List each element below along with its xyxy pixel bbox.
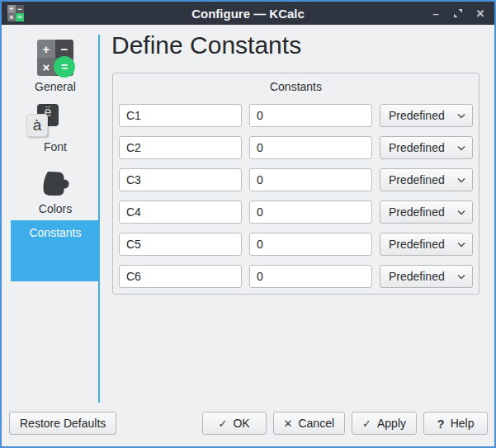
constant-row: Predefined <box>119 104 473 127</box>
chevron-down-icon <box>457 145 465 151</box>
calc-plus-glyph: + <box>7 5 16 13</box>
constant-row: Predefined <box>119 200 473 224</box>
times-glyph: × <box>37 58 55 76</box>
calc-times-glyph: × <box>7 13 16 21</box>
constant-value-input[interactable] <box>249 136 372 159</box>
constant-mode-dropdown[interactable]: Predefined <box>380 233 473 256</box>
check-icon: ✓ <box>362 418 371 429</box>
constant-row: Predefined <box>119 168 473 191</box>
sidebar-item-colors[interactable]: Colors <box>11 171 100 214</box>
chevron-down-icon <box>457 210 465 215</box>
chevron-down-icon <box>457 113 465 119</box>
constant-mode-dropdown[interactable]: Predefined <box>380 265 473 288</box>
dropdown-value: Predefined <box>389 205 445 219</box>
colors-icon <box>41 171 69 196</box>
calc-equals-glyph: = <box>16 13 24 21</box>
kcalc-app-icon: + − × = <box>7 5 24 21</box>
maximize-button[interactable] <box>452 7 464 19</box>
constant-name-input[interactable] <box>119 104 242 127</box>
page-title: Define Constants <box>111 31 301 59</box>
check-icon: ✓ <box>218 418 227 429</box>
chevron-down-icon <box>457 177 465 183</box>
constant-row: Predefined <box>119 265 473 288</box>
sidebar-item-label: Constants <box>11 226 100 239</box>
window-title: Configure — KCalc <box>2 7 494 21</box>
constant-value-input[interactable] <box>249 168 372 191</box>
sidebar-item-label: General <box>11 80 100 93</box>
dropdown-value: Predefined <box>389 173 445 186</box>
groupbox-title: Constants <box>113 80 479 93</box>
dropdown-value: Predefined <box>389 238 445 251</box>
question-icon: ? <box>437 417 445 430</box>
button-label: Apply <box>377 417 406 430</box>
button-label: Cancel <box>298 417 334 430</box>
constant-name-input[interactable] <box>119 200 242 224</box>
constant-value-input[interactable] <box>249 200 372 224</box>
constant-value-input[interactable] <box>249 265 372 288</box>
cross-icon: ✕ <box>284 418 293 429</box>
constant-name-input[interactable] <box>119 265 242 288</box>
calc-minus-glyph: − <box>16 5 24 13</box>
cancel-button[interactable]: ✕ Cancel <box>273 412 346 435</box>
constant-row: Predefined <box>119 233 473 256</box>
constant-name-input[interactable] <box>119 168 242 191</box>
constants-rows: Predefined Predefined <box>119 104 473 288</box>
minimize-button[interactable]: – <box>430 7 442 19</box>
main-panel: Define Constants Constants Predefined <box>102 25 494 446</box>
chevron-down-icon <box>457 242 465 248</box>
dialog-body: + − × = General ë à Font Colors <box>2 25 494 446</box>
close-button[interactable]: ✕ <box>475 7 486 19</box>
button-label: OK <box>233 417 249 430</box>
constant-value-input[interactable] <box>249 104 372 127</box>
constant-mode-dropdown[interactable]: Predefined <box>380 168 473 191</box>
button-label: Help <box>451 417 475 430</box>
ok-button[interactable]: ✓ OK <box>202 412 267 435</box>
dropdown-value: Predefined <box>389 109 445 122</box>
dialog-button-box: ✓ OK ✕ Cancel ✓ Apply ? Help <box>202 412 488 435</box>
apply-button[interactable]: ✓ Apply <box>352 412 417 435</box>
constant-mode-dropdown[interactable]: Predefined <box>380 104 473 127</box>
configure-dialog: + − × = Configure — KCalc – ✕ + − × <box>0 0 496 448</box>
dropdown-value: Predefined <box>389 141 445 154</box>
sidebar-item-label: Font <box>11 140 100 153</box>
equals-circle-icon: = <box>54 56 75 78</box>
constant-row: Predefined <box>119 136 473 159</box>
window-controls: – ✕ <box>430 7 486 19</box>
constant-value-input[interactable] <box>249 233 372 256</box>
constant-mode-dropdown[interactable]: Predefined <box>380 200 473 224</box>
help-button[interactable]: ? Help <box>423 412 488 435</box>
sidebar: + − × = General ë à Font Colors <box>2 35 100 403</box>
sidebar-item-general[interactable]: + − × = General <box>11 40 100 92</box>
sidebar-item-label: Colors <box>11 202 100 215</box>
chevron-down-icon <box>457 274 465 280</box>
constants-groupbox: Constants Predefined P <box>112 73 479 295</box>
constant-name-input[interactable] <box>119 233 242 256</box>
font-icon: à <box>26 114 48 137</box>
dropdown-value: Predefined <box>389 270 445 283</box>
maximize-icon <box>453 8 463 18</box>
constant-name-input[interactable] <box>119 136 242 159</box>
minus-glyph: − <box>55 40 73 58</box>
plus-glyph: + <box>37 40 55 58</box>
sidebar-item-font[interactable]: ë à Font <box>11 104 100 152</box>
sidebar-item-constants[interactable]: Constants <box>11 220 100 281</box>
constant-mode-dropdown[interactable]: Predefined <box>380 136 473 159</box>
restore-defaults-button[interactable]: Restore Defaults <box>9 412 116 435</box>
titlebar[interactable]: + − × = Configure — KCalc – ✕ <box>2 2 494 25</box>
